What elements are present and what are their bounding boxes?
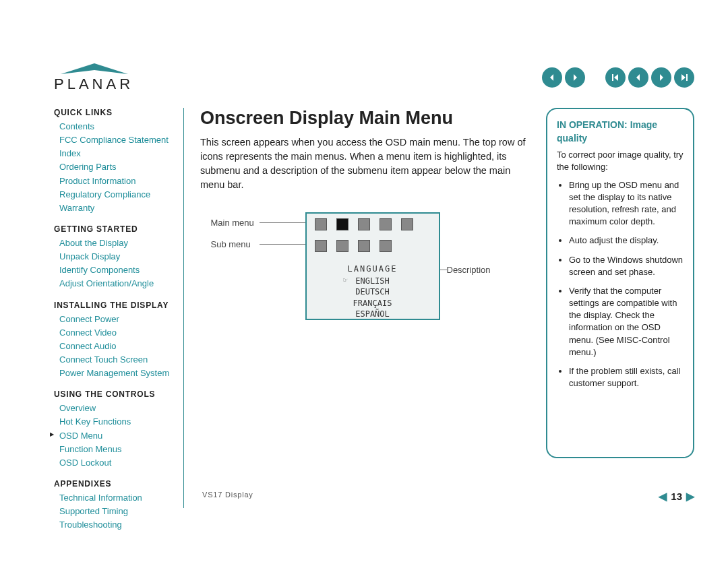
leader-line: [260, 222, 307, 223]
footer-product: VS17 Display: [202, 491, 253, 499]
callout-bullet: Verify that the computer settings are co…: [569, 285, 684, 358]
sidebar-section-title: QUICK LINKS: [54, 108, 175, 117]
page-body: QUICK LINKSContentsFCC Compliance Statem…: [54, 108, 694, 508]
sidebar-link[interactable]: Unpack Display: [54, 250, 175, 263]
nav-prev-button[interactable]: [628, 67, 648, 88]
nav-first-button[interactable]: [605, 67, 626, 88]
sidebar-link[interactable]: Regulatory Compliance: [54, 188, 175, 201]
osd-icon: [336, 240, 348, 252]
osd-language-item: FRANÇAIS: [307, 298, 439, 309]
callout-list: Bring up the OSD menu and set the displa…: [557, 179, 684, 390]
osd-language-header: LANGUAGE: [307, 263, 439, 274]
callout-bullet: Go to the Windows shutdown screen and se…: [569, 254, 684, 278]
sidebar-link[interactable]: Troubleshooting: [54, 518, 175, 532]
figure-label-desc: Description: [447, 265, 491, 275]
sidebar-link[interactable]: Connect Touch Screen: [54, 353, 175, 367]
sidebar-link[interactable]: Warranty: [54, 201, 175, 215]
callout-box: IN OPERATION: Image quality To correct p…: [546, 108, 694, 458]
sidebar-link[interactable]: Contents: [54, 120, 175, 133]
osd-icon: [401, 218, 413, 230]
osd-language-list: LANGUAGE ENGLISHDEUTSCHFRANÇAISESPAÑOL: [307, 263, 439, 319]
osd-icon: [380, 218, 392, 230]
callout-bullet: Bring up the OSD menu and set the displa…: [569, 179, 684, 228]
sidebar-link[interactable]: Supported Timing: [54, 505, 175, 518]
sidebar-link[interactable]: Function Menus: [54, 443, 175, 456]
sidebar-link[interactable]: Adjust Orientation/Angle: [54, 277, 175, 290]
sidebar-link[interactable]: Index: [54, 147, 175, 160]
sidebar-link[interactable]: Identify Components: [54, 263, 175, 277]
nav-last-button[interactable]: [674, 67, 694, 88]
osd-icon: [315, 218, 327, 230]
osd-icon: [380, 240, 392, 252]
sidebar-link[interactable]: Technical Information: [54, 491, 175, 505]
callout-lead: To correct poor image quality, try the f…: [557, 149, 684, 173]
sidebar-link[interactable]: Overview: [54, 402, 175, 415]
sidebar-link[interactable]: OSD Menu: [54, 429, 175, 443]
nav-button-bar: [542, 67, 694, 88]
nav-next-button[interactable]: [651, 67, 671, 88]
sidebar-link[interactable]: Connect Video: [54, 326, 175, 340]
osd-language-item: ESPAÑOL: [307, 309, 439, 319]
logo: PLANAR: [54, 59, 135, 93]
figure-label-main: Main menu: [211, 218, 254, 228]
sidebar-link[interactable]: OSD Lockout: [54, 456, 175, 470]
sidebar-link[interactable]: About the Display: [54, 237, 175, 250]
nav-prev-alt-button[interactable]: [542, 67, 562, 88]
osd-icon: [315, 240, 327, 252]
sidebar-link[interactable]: FCC Compliance Statement: [54, 133, 175, 147]
pager-prev-icon[interactable]: ◀: [659, 490, 667, 503]
sidebar-link[interactable]: Ordering Parts: [54, 160, 175, 174]
page-title: Onscreen Display Main Menu: [200, 108, 531, 129]
sidebar-section-title: GETTING STARTED: [54, 224, 175, 234]
osd-language-item: DEUTSCH: [307, 286, 439, 297]
sidebar-section-title: INSTALLING THE DISPLAY: [54, 301, 175, 310]
sidebar-link[interactable]: Power Management System: [54, 367, 175, 380]
sidebar-link[interactable]: Product Information: [54, 175, 175, 188]
sidebar-section-title: APPENDIXES: [54, 479, 175, 489]
svg-rect-0: [612, 74, 613, 81]
page-number: 13: [671, 491, 682, 502]
callout-title: IN OPERATION: Image quality: [557, 119, 684, 145]
osd-icon: [358, 240, 370, 252]
intro-paragraph: This screen appears when you access the …: [200, 135, 531, 192]
sidebar-link[interactable]: Hot Key Functions: [54, 415, 175, 429]
osd-sub-row: [307, 235, 439, 257]
svg-rect-1: [686, 74, 688, 81]
osd-icon: [358, 218, 370, 230]
logo-text: PLANAR: [54, 75, 135, 93]
pager-next-icon[interactable]: ▶: [686, 490, 694, 503]
sidebar-section-title: USING THE CONTROLS: [54, 389, 175, 399]
sidebar-link[interactable]: Connect Power: [54, 313, 175, 326]
sidebar-link[interactable]: Connect Audio: [54, 340, 175, 353]
main-content: Onscreen Display Main Menu This screen a…: [200, 108, 546, 508]
callout-bullet: If the problem still exists, call custom…: [569, 365, 684, 389]
vertical-rule: [183, 108, 184, 508]
figure-label-sub: Sub menu: [211, 239, 251, 249]
pager: ◀ 13 ▶: [659, 490, 694, 503]
osd-screenshot: LANGUAGE ENGLISHDEUTSCHFRANÇAISESPAÑOL: [305, 212, 440, 320]
osd-icon-selected: [336, 218, 348, 230]
sidebar: QUICK LINKSContentsFCC Compliance Statem…: [54, 108, 175, 508]
leader-line: [260, 244, 307, 245]
nav-next-alt-button[interactable]: [565, 67, 585, 88]
osd-main-row: [307, 214, 439, 235]
osd-language-item: ENGLISH: [355, 276, 390, 286]
header: PLANAR: [54, 61, 694, 108]
callout-bullet: Auto adjust the display.: [569, 235, 684, 247]
